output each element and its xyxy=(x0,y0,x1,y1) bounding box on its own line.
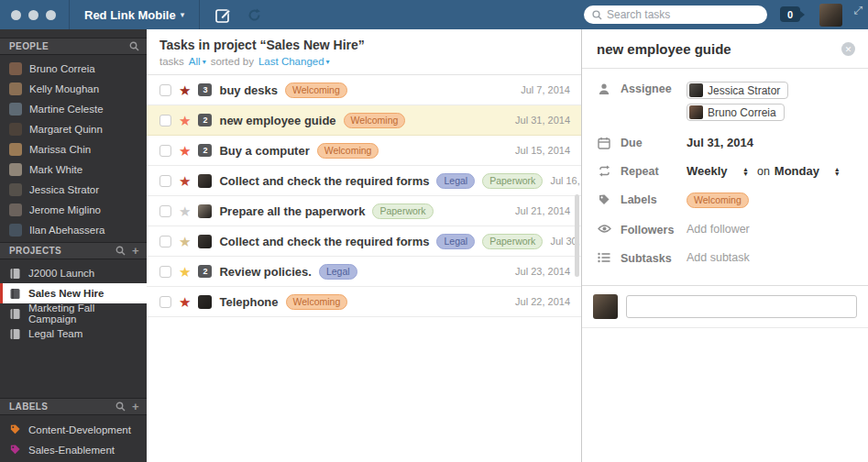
label-chip[interactable]: Paperwork xyxy=(482,173,543,189)
user-avatar[interactable] xyxy=(819,4,842,27)
label-chip[interactable]: Paperwork xyxy=(372,204,433,219)
task-checkbox[interactable] xyxy=(159,236,171,248)
people-list: Bruno CorreiaKelly MoughanMartine Celest… xyxy=(0,55,147,242)
task-row[interactable]: ★Collect and check the required formsLeg… xyxy=(147,166,581,196)
task-row[interactable]: ★Prepare all the paperworkPaperworkJul 2… xyxy=(147,196,581,226)
task-checkbox[interactable] xyxy=(159,266,171,278)
add-subtask-button[interactable]: Add subtask xyxy=(687,251,750,264)
sidebar-item-person[interactable]: Ilan Abehassera xyxy=(0,220,147,240)
task-checkbox[interactable] xyxy=(159,175,171,187)
task-list-filter-bar: tasks All ▾ sorted by Last Changed ▾ xyxy=(159,56,568,67)
task-row[interactable]: ★Collect and check the required formsLeg… xyxy=(147,226,581,257)
star-icon[interactable]: ★ xyxy=(179,114,191,127)
filter-scope-dropdown[interactable]: All ▾ xyxy=(189,56,206,67)
calendar-icon xyxy=(597,137,611,149)
projects-search-icon[interactable] xyxy=(115,246,126,256)
assignee-pill[interactable]: Jessica Strator xyxy=(687,82,788,99)
avatar xyxy=(9,82,22,95)
subtasks-list-icon xyxy=(597,252,611,263)
task-checkbox[interactable] xyxy=(159,296,171,308)
workspace-switcher[interactable]: Red Link Mobile ▾ xyxy=(70,0,200,29)
label-chip[interactable]: Legal xyxy=(436,234,475,249)
people-search-icon[interactable] xyxy=(129,41,139,51)
sidebar-item-label[interactable]: Content-Development xyxy=(0,420,147,440)
label-chip[interactable]: Paperwork xyxy=(482,234,543,249)
add-follower-button[interactable]: Add follower xyxy=(687,223,750,236)
avatar xyxy=(9,163,22,176)
new-task-button[interactable] xyxy=(214,6,232,24)
star-icon[interactable]: ★ xyxy=(179,83,191,97)
task-rows: ★3buy desksWelcomingJul 7, 2014★2new emp… xyxy=(147,75,581,317)
sidebar-item-person[interactable]: Jessica Strator xyxy=(0,180,147,200)
close-icon[interactable]: ✕ xyxy=(841,42,855,56)
sidebar-item-project[interactable]: J2000 Launch xyxy=(0,263,147,283)
add-project-icon[interactable]: + xyxy=(132,244,139,258)
star-icon[interactable]: ★ xyxy=(179,144,191,158)
repeat-frequency[interactable]: Weekly xyxy=(687,164,734,178)
sidebar-item-label[interactable]: Sales-Enablement xyxy=(0,440,147,460)
people-section-header: PEOPLE xyxy=(0,38,147,55)
sidebar-item-person[interactable]: Jerome Miglino xyxy=(0,200,147,220)
filter-middle: sorted by xyxy=(211,56,254,67)
task-row[interactable]: ★2Buy a computerWelcomingJul 15, 2014 xyxy=(147,136,581,166)
notebook-icon xyxy=(9,288,21,300)
task-checkbox[interactable] xyxy=(159,84,171,96)
sidebar-item-person[interactable]: Margaret Quinn xyxy=(0,119,147,139)
sidebar-item-person[interactable]: Bruno Correia xyxy=(0,59,147,79)
star-icon[interactable]: ★ xyxy=(179,204,191,218)
scrollbar-thumb[interactable] xyxy=(575,194,579,277)
label-chip[interactable]: Legal xyxy=(436,173,475,189)
dropdown-arrow-icon: ▾ xyxy=(181,10,185,19)
label-chip[interactable]: Welcoming xyxy=(317,143,379,159)
window-close-button[interactable] xyxy=(11,10,21,20)
frequency-stepper[interactable]: ▲ ▼ xyxy=(742,167,749,176)
label-chip[interactable]: Legal xyxy=(319,264,357,280)
task-checkbox[interactable] xyxy=(159,145,171,157)
refresh-button[interactable] xyxy=(247,7,262,23)
due-value[interactable]: Jul 31, 2014 xyxy=(687,136,753,149)
star-icon[interactable]: ★ xyxy=(179,265,191,279)
task-title: Review policies. xyxy=(219,265,311,279)
add-label-icon[interactable]: + xyxy=(132,400,139,413)
task-checkbox[interactable] xyxy=(159,115,171,126)
task-row[interactable]: ★2Review policies.LegalJul 23, 2014 xyxy=(147,257,581,287)
workspace-name: Red Link Mobile xyxy=(84,8,176,22)
day-stepper[interactable]: ▲ ▼ xyxy=(834,167,841,176)
star-icon[interactable]: ★ xyxy=(179,174,191,188)
search-box[interactable] xyxy=(584,6,767,24)
followers-field: Followers Add follower xyxy=(597,223,853,236)
assignee-pills: Jessica StratorBruno Correia xyxy=(687,82,853,121)
window-minimize-button[interactable] xyxy=(28,10,38,20)
sidebar-item-person[interactable]: Mark White xyxy=(0,160,147,180)
task-checkbox[interactable] xyxy=(159,205,171,217)
filter-sort-dropdown[interactable]: Last Changed ▾ xyxy=(258,56,330,67)
search-icon xyxy=(592,10,602,20)
sidebar-item-project[interactable]: Marketing Fall Campaign xyxy=(0,303,147,324)
label-chip[interactable]: Welcoming xyxy=(687,192,749,208)
avatar xyxy=(9,204,22,216)
task-row[interactable]: ★3buy desksWelcomingJul 7, 2014 xyxy=(147,75,581,105)
task-row[interactable]: ★TelephoneWelcomingJul 22, 2014 xyxy=(147,287,581,317)
task-row[interactable]: ★2new employee guideWelcomingJul 31, 201… xyxy=(147,105,581,136)
label-chip[interactable]: Welcoming xyxy=(344,113,406,128)
notification-badge[interactable]: 0 xyxy=(780,6,800,22)
sidebar-item-person[interactable]: Martine Celeste xyxy=(0,99,147,119)
label-chip[interactable]: Welcoming xyxy=(285,82,347,98)
comment-input[interactable] xyxy=(626,295,857,318)
sidebar-item-person[interactable]: Marissa Chin xyxy=(0,139,147,160)
label-chip[interactable]: Welcoming xyxy=(286,294,348,310)
search-input[interactable] xyxy=(607,8,759,21)
repeat-day[interactable]: Monday xyxy=(775,164,826,178)
star-icon[interactable]: ★ xyxy=(179,295,191,309)
projects-section-header: PROJECTS + xyxy=(0,242,147,259)
sidebar-item-person[interactable]: Kelly Moughan xyxy=(0,79,147,99)
sidebar-item-project[interactable]: Sales New Hire xyxy=(0,283,147,303)
sidebar-item-project[interactable]: Legal Team xyxy=(0,324,147,344)
window-zoom-button[interactable] xyxy=(46,10,56,20)
star-icon[interactable]: ★ xyxy=(179,235,191,248)
labels-search-icon[interactable] xyxy=(115,402,126,412)
expand-window-icon[interactable]: ⤢ xyxy=(853,4,863,16)
window-controls[interactable] xyxy=(0,0,70,29)
assignee-pill[interactable]: Bruno Correia xyxy=(687,104,785,121)
assignee-avatar xyxy=(198,174,212,188)
